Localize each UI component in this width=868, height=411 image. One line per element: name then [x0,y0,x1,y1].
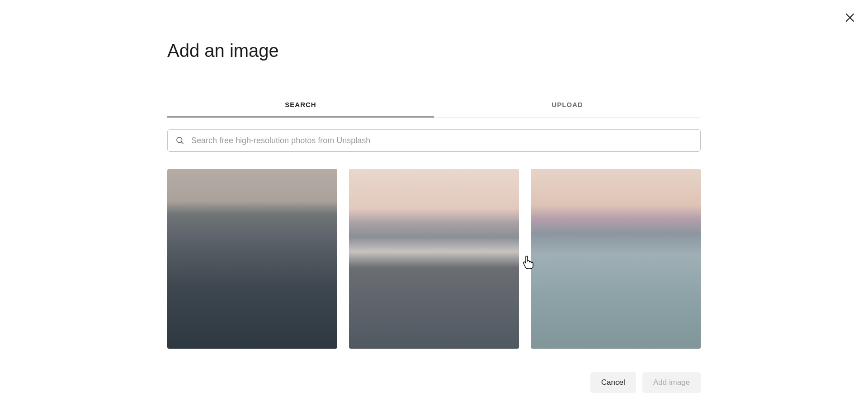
image-grid [167,169,701,349]
svg-point-2 [177,137,182,143]
svg-line-3 [181,142,183,144]
tabs: SEARCH UPLOAD [167,93,701,117]
image-result[interactable] [167,169,337,349]
modal-title: Add an image [167,41,701,61]
search-input[interactable] [167,129,701,152]
modal-content: Add an image SEARCH UPLOAD Cancel Add im… [0,0,868,393]
close-button[interactable] [843,11,857,25]
close-icon [844,12,855,24]
tab-search[interactable]: SEARCH [167,93,434,117]
image-result[interactable] [349,169,519,349]
add-image-button[interactable]: Add image [642,372,701,393]
tab-upload[interactable]: UPLOAD [434,93,701,117]
image-result[interactable] [531,169,701,349]
search-wrapper [167,129,701,152]
search-icon [175,136,184,145]
footer-actions: Cancel Add image [167,372,701,393]
cancel-button[interactable]: Cancel [590,372,636,393]
